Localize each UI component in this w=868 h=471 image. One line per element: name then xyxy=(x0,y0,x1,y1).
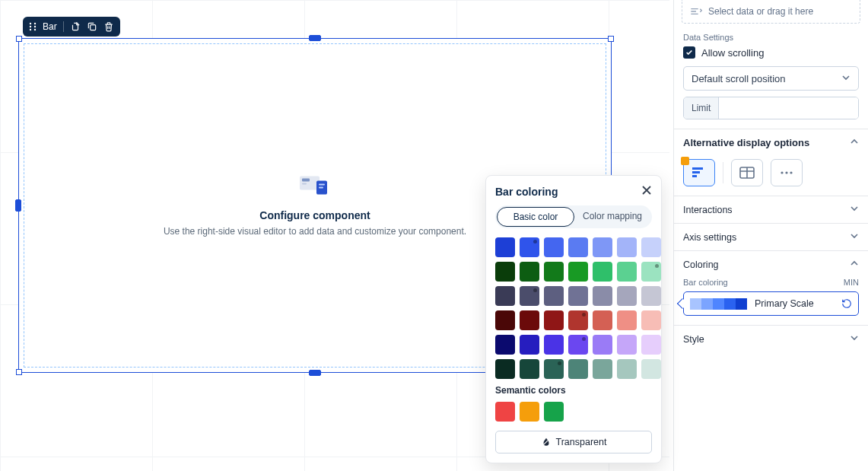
style-accordion[interactable]: Style xyxy=(674,325,868,352)
drag-handle-icon[interactable] xyxy=(29,22,37,31)
semantic-swatch[interactable] xyxy=(520,402,539,422)
color-swatch[interactable] xyxy=(520,310,539,330)
color-scale-button[interactable]: Primary Scale xyxy=(683,291,859,316)
resize-handle[interactable] xyxy=(16,36,22,42)
color-swatch[interactable] xyxy=(617,286,637,306)
color-swatch[interactable] xyxy=(593,335,612,355)
color-swatch[interactable] xyxy=(520,359,539,379)
color-swatch[interactable] xyxy=(520,237,539,257)
limit-input[interactable] xyxy=(719,97,859,119)
tab-color-mapping[interactable]: Color mapping xyxy=(574,207,650,227)
color-swatch[interactable] xyxy=(568,310,588,330)
color-swatch[interactable] xyxy=(593,310,612,330)
display-option-bar[interactable] xyxy=(683,159,715,186)
color-swatch[interactable] xyxy=(593,286,612,306)
color-swatch[interactable] xyxy=(544,359,564,379)
color-swatch[interactable] xyxy=(520,262,539,282)
scroll-position-value: Default scroll position xyxy=(692,73,786,84)
limit-label: Limit xyxy=(684,97,719,119)
color-swatch[interactable] xyxy=(641,237,661,257)
color-swatch[interactable] xyxy=(544,335,564,355)
semantic-swatch[interactable] xyxy=(495,402,515,422)
color-swatch[interactable] xyxy=(641,262,661,282)
svg-point-18 xyxy=(785,171,787,173)
resize-handle[interactable] xyxy=(16,369,22,375)
color-swatch[interactable] xyxy=(568,262,588,282)
tab-basic-color[interactable]: Basic color xyxy=(497,207,574,227)
color-swatch[interactable] xyxy=(593,359,612,379)
semantic-colors-label: Semantic colors xyxy=(495,385,652,396)
scroll-position-select[interactable]: Default scroll position xyxy=(683,66,859,91)
interactions-accordion[interactable]: Interactions xyxy=(674,196,868,223)
color-swatch[interactable] xyxy=(544,262,564,282)
allow-scrolling-label: Allow scrolling xyxy=(701,47,764,59)
color-swatch[interactable] xyxy=(495,310,515,330)
scale-name: Primary Scale xyxy=(755,298,834,309)
svg-rect-14 xyxy=(692,171,700,173)
color-swatch[interactable] xyxy=(544,310,564,330)
color-swatch[interactable] xyxy=(495,335,515,355)
color-swatch[interactable] xyxy=(568,286,588,306)
color-swatch[interactable] xyxy=(495,286,515,306)
transparent-button[interactable]: Transparent xyxy=(495,431,652,453)
color-swatch[interactable] xyxy=(617,359,637,379)
svg-rect-15 xyxy=(692,175,697,177)
display-option-table[interactable] xyxy=(731,159,763,186)
color-swatch[interactable] xyxy=(617,310,637,330)
reset-icon[interactable] xyxy=(841,298,852,309)
color-swatch[interactable] xyxy=(544,237,564,257)
close-icon xyxy=(641,185,652,196)
color-swatch[interactable] xyxy=(617,262,637,282)
color-swatch[interactable] xyxy=(520,335,539,355)
more-icon xyxy=(780,171,793,174)
droplet-slash-icon xyxy=(541,437,552,447)
bar-coloring-label: Bar coloring xyxy=(683,278,728,287)
semantic-swatch[interactable] xyxy=(544,402,564,422)
chevron-down-icon xyxy=(841,73,851,84)
color-swatch[interactable] xyxy=(495,237,515,257)
delete-button[interactable] xyxy=(103,21,114,32)
color-swatch[interactable] xyxy=(520,286,539,306)
color-swatch[interactable] xyxy=(544,286,564,306)
properties-panel: Select data or drag it here Data Setting… xyxy=(673,0,868,471)
allow-scrolling-checkbox[interactable]: Allow scrolling xyxy=(683,46,859,59)
svg-rect-8 xyxy=(302,179,310,182)
color-swatch[interactable] xyxy=(593,262,612,282)
checkbox-checked-icon xyxy=(683,46,695,59)
resize-handle[interactable] xyxy=(309,370,321,376)
svg-point-2 xyxy=(30,26,31,27)
color-swatch[interactable] xyxy=(495,359,515,379)
color-swatch[interactable] xyxy=(617,335,637,355)
color-swatch[interactable] xyxy=(593,237,612,257)
color-swatch[interactable] xyxy=(641,310,661,330)
duplicate-button[interactable] xyxy=(87,21,97,32)
color-swatch[interactable] xyxy=(617,237,637,257)
color-swatch[interactable] xyxy=(641,359,661,379)
close-button[interactable] xyxy=(641,185,652,198)
chevron-down-icon xyxy=(850,231,859,243)
popover-title: Bar coloring xyxy=(495,186,558,198)
scale-preview xyxy=(690,298,747,310)
color-swatch[interactable] xyxy=(641,335,661,355)
display-option-more[interactable] xyxy=(771,159,803,186)
alt-display-accordion[interactable]: Alternative display options xyxy=(674,129,868,156)
color-swatch[interactable] xyxy=(568,359,588,379)
semantic-color-row xyxy=(495,402,652,422)
resize-handle[interactable] xyxy=(309,35,321,41)
coloring-accordion[interactable]: Coloring xyxy=(674,250,868,278)
svg-point-17 xyxy=(781,171,783,173)
edit-code-button[interactable] xyxy=(70,21,81,32)
resize-handle[interactable] xyxy=(608,36,614,42)
color-swatch[interactable] xyxy=(495,262,515,282)
color-swatch[interactable] xyxy=(568,237,588,257)
svg-point-0 xyxy=(30,23,31,24)
color-swatch[interactable] xyxy=(568,335,588,355)
svg-point-3 xyxy=(34,26,36,27)
svg-point-1 xyxy=(34,23,36,24)
color-swatch[interactable] xyxy=(641,286,661,306)
drag-data-icon xyxy=(690,7,702,16)
table-icon xyxy=(739,167,755,179)
axis-settings-accordion[interactable]: Axis settings xyxy=(674,223,868,250)
bar-chart-icon xyxy=(692,166,707,180)
sorting-dropzone[interactable]: Select data or drag it here xyxy=(682,0,860,24)
